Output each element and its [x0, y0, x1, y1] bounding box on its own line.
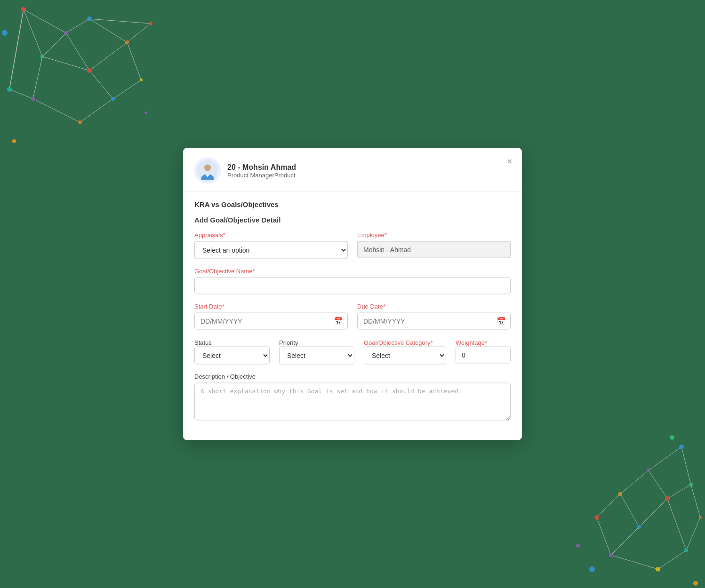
form-group-start-date: Start Date* 📅	[194, 303, 348, 330]
goal-category-label: Goal/Objective Category*	[364, 339, 433, 346]
modal-container: × 20 - Mohsin Ahmad Product ManagerProdu…	[183, 148, 522, 440]
svg-line-34	[649, 470, 667, 499]
start-date-wrapper: 📅	[194, 313, 348, 330]
svg-point-22	[40, 55, 44, 58]
svg-point-49	[647, 469, 650, 472]
svg-point-64	[204, 165, 211, 171]
section-title: KRA vs Goals/Objectives	[183, 192, 522, 208]
form-group-priority: Priority Select	[279, 338, 354, 365]
svg-line-38	[620, 494, 639, 527]
svg-point-48	[679, 445, 684, 449]
svg-point-50	[665, 496, 670, 501]
svg-line-44	[658, 550, 686, 569]
description-textarea[interactable]	[194, 383, 511, 421]
svg-point-57	[684, 548, 688, 552]
description-label: Description / Objective	[194, 373, 511, 380]
goal-name-input[interactable]	[194, 278, 511, 294]
svg-line-16	[127, 24, 151, 42]
form-group-appraisals: Appraisals* Select an option	[194, 231, 348, 259]
modal-header: 20 - Mohsin Ahmad Product ManagerProduct	[183, 148, 522, 192]
appraisals-select[interactable]: Select an option	[194, 241, 348, 259]
svg-point-53	[637, 525, 641, 529]
svg-point-58	[699, 516, 702, 519]
svg-line-43	[611, 555, 658, 569]
form-group-status: Status Select	[194, 338, 270, 365]
svg-line-36	[681, 447, 691, 485]
due-date-input[interactable]	[357, 313, 511, 330]
header-info: 20 - Mohsin Ahmad Product ManagerProduct	[227, 163, 296, 178]
svg-line-17	[89, 19, 151, 24]
svg-line-9	[127, 42, 141, 80]
row-goal-name: Goal/Objective Name*	[194, 268, 511, 294]
form-group-goal-name: Goal/Objective Name*	[194, 268, 511, 294]
svg-point-18	[21, 7, 26, 12]
svg-point-25	[140, 79, 143, 81]
svg-line-10	[33, 56, 42, 99]
form-body: Appraisals* Select an option Employee* G…	[183, 224, 522, 440]
svg-line-13	[9, 89, 33, 99]
svg-point-24	[111, 97, 115, 101]
employee-id-name: 20 - Mohsin Ahmad	[227, 163, 296, 171]
priority-select[interactable]: Select	[279, 347, 354, 365]
svg-point-62	[670, 435, 674, 440]
svg-line-3	[24, 9, 42, 56]
svg-point-59	[589, 566, 595, 572]
priority-label: Priority	[279, 339, 298, 346]
svg-line-37	[620, 470, 649, 494]
status-select[interactable]: Select	[194, 347, 270, 365]
svg-point-28	[7, 87, 12, 92]
svg-point-60	[693, 581, 698, 586]
svg-line-11	[33, 99, 80, 122]
svg-line-1	[66, 19, 89, 33]
weightage-label: Weightage*	[456, 339, 487, 346]
start-date-input[interactable]	[194, 313, 348, 330]
svg-line-41	[597, 517, 611, 555]
svg-point-19	[64, 31, 68, 35]
svg-line-40	[597, 494, 620, 517]
due-date-wrapper: 📅	[357, 313, 511, 330]
svg-point-61	[576, 544, 580, 548]
svg-line-15	[66, 33, 89, 71]
svg-line-8	[113, 80, 141, 99]
svg-point-55	[609, 553, 613, 557]
svg-point-26	[31, 97, 35, 101]
svg-point-23	[87, 68, 92, 73]
close-button[interactable]: ×	[505, 155, 514, 168]
row-description: Description / Objective	[194, 373, 511, 421]
form-group-weightage: Weightage*	[456, 338, 511, 364]
svg-line-46	[691, 485, 700, 517]
row-status-priority: Status Select Priority Select Goal/Objec…	[194, 338, 511, 365]
weightage-input[interactable]	[456, 347, 511, 364]
employee-label: Employee*	[357, 231, 511, 238]
svg-line-6	[89, 42, 127, 71]
dialog-title: Add Goal/Objective Detail	[183, 208, 522, 224]
employee-input	[357, 241, 511, 258]
row-dates: Start Date* 📅 Due Date* 📅	[194, 303, 511, 330]
svg-line-35	[667, 485, 691, 499]
row-appraisals-employee: Appraisals* Select an option Employee*	[194, 231, 511, 259]
svg-point-52	[618, 492, 622, 496]
svg-line-4	[42, 33, 66, 56]
svg-line-12	[80, 99, 113, 122]
svg-point-30	[2, 30, 8, 36]
svg-line-14	[9, 9, 24, 89]
svg-line-33	[649, 447, 681, 470]
svg-point-21	[125, 40, 129, 44]
svg-line-5	[42, 56, 89, 71]
form-group-goal-category: Goal/Objective Category* Select	[364, 338, 446, 365]
status-label: Status	[194, 339, 212, 346]
svg-point-56	[656, 567, 660, 572]
svg-point-32	[12, 139, 16, 143]
svg-point-27	[78, 120, 82, 124]
due-date-label: Due Date*	[357, 303, 511, 310]
svg-line-7	[89, 71, 113, 99]
goal-category-select[interactable]: Select	[364, 347, 446, 365]
svg-line-39	[639, 499, 667, 527]
svg-point-54	[594, 515, 599, 520]
goal-name-label: Goal/Objective Name*	[194, 268, 511, 275]
form-group-description: Description / Objective	[194, 373, 511, 421]
avatar	[194, 158, 221, 184]
form-group-employee: Employee*	[357, 231, 511, 259]
start-date-label: Start Date*	[194, 303, 348, 310]
appraisals-label: Appraisals*	[194, 231, 348, 238]
